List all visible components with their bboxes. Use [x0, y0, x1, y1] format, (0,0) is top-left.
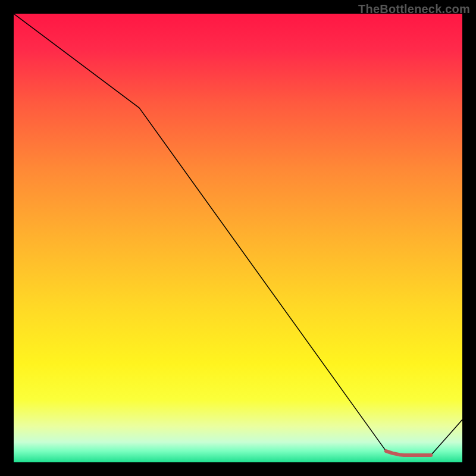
- plot-area: [14, 14, 462, 462]
- chart-container: TheBottleneck.com: [0, 0, 476, 476]
- gradient-background: [14, 14, 462, 462]
- watermark-label: TheBottleneck.com: [358, 2, 470, 16]
- chart-svg: [14, 14, 462, 462]
